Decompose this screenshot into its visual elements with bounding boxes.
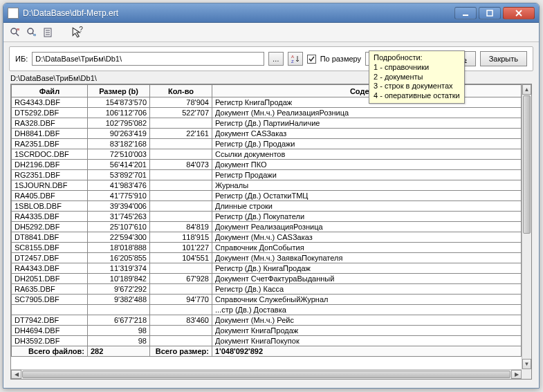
col-header-count[interactable]: Кол-во (150, 85, 212, 97)
table-row[interactable]: RA4335.DBF31'745'263Регистр (Дв.) Покупа… (12, 212, 522, 222)
cell-count (150, 284, 212, 295)
horizontal-scrollbar[interactable]: ◀ ▶ (11, 369, 522, 379)
cell-file: 1SBLOB.DBF (12, 201, 88, 212)
cell-count: 94'770 (150, 295, 212, 305)
svg-rect-1 (487, 10, 493, 16)
file-table[interactable]: Файл Размер (b) Кол-во Содержа RG4343.DB… (11, 84, 522, 357)
titlebar[interactable]: D:\DataBase\dbf-Метр.ert (3, 3, 539, 23)
table-row[interactable]: RA405.DBF41'775'910Регистр (Дв.) Остатки… (12, 191, 522, 201)
tool-icon-2[interactable] (26, 26, 38, 39)
cell-content: Документ КнигаПродаж (212, 326, 522, 336)
svg-rect-3 (17, 28, 19, 30)
cell-content: Журналы (212, 180, 522, 191)
cell-file: SC8155.DBF (12, 243, 88, 253)
maximize-button[interactable] (479, 7, 501, 19)
app-window: D:\DataBase\dbf-Метр.ert ? ИБ: (3, 3, 540, 389)
cell-file: DT7942.DBF (12, 315, 88, 326)
col-header-file[interactable]: Файл (12, 85, 88, 97)
cell-size: 154'873'570 (88, 97, 150, 108)
cell-content: Регистр (Дв.) ПартииНаличие (212, 118, 522, 129)
cell-file: DH8841.DBF (12, 129, 88, 139)
data-grid: Файл Размер (b) Кол-во Содержа RG4343.DB… (10, 84, 532, 380)
vertical-scrollbar[interactable]: ▲ ▼ (522, 84, 531, 369)
scroll-left-arrow[interactable]: ◀ (11, 370, 21, 379)
table-row[interactable]: SC7905.DBF9'382'48894'770Справочник Служ… (12, 295, 522, 305)
table-row[interactable]: RA635.DBF9'672'292Регистр (Дв.) Касса (12, 284, 522, 295)
cell-count (150, 305, 212, 315)
cell-count (150, 212, 212, 222)
table-row[interactable]: RA328.DBF102'795'082Регистр (Дв.) Партии… (12, 118, 522, 129)
col-header-size[interactable]: Размер (b) (88, 85, 150, 97)
table-row[interactable]: DH3592.DBF98Документ КнигаПокупок (12, 336, 522, 346)
table-row[interactable]: DH2196.DBF56'414'20184'073Документ ПКО (12, 160, 522, 170)
cell-file: 1SCRDOC.DBF (12, 149, 88, 160)
cell-content: Документ РеализацияРозница (212, 222, 522, 232)
table-row[interactable]: DH5292.DBF25'107'61084'819Документ Реали… (12, 222, 522, 232)
tool-icon-1[interactable] (9, 26, 21, 39)
cell-count: 101'227 (150, 243, 212, 253)
cell-size: 18'018'888 (88, 243, 150, 253)
by-size-label: По размеру (320, 55, 361, 63)
table-row[interactable]: 1SCRDOC.DBF72'510'003Ссылки документов (12, 149, 522, 160)
db-path-input[interactable] (32, 52, 264, 66)
table-row[interactable]: DT8841.DBF22'594'300118'915Документ (Мн.… (12, 232, 522, 243)
footer-files-value: 282 (88, 346, 150, 357)
scroll-down-arrow[interactable]: ▼ (522, 359, 531, 369)
svg-text:A: A (291, 55, 294, 59)
cell-size: 31'745'263 (88, 212, 150, 222)
scroll-up-arrow[interactable]: ▲ (522, 84, 531, 95)
cell-count (150, 139, 212, 149)
scroll-thumb[interactable] (523, 95, 531, 234)
cell-count: 118'915 (150, 232, 212, 243)
cell-content: Длинные строки (212, 201, 522, 212)
cell-file: DH3592.DBF (12, 336, 88, 346)
table-row[interactable]: DT7942.DBF6'677'21883'460Документ (Мн.ч.… (12, 315, 522, 326)
col-header-content[interactable]: Содержа (212, 85, 522, 97)
cell-file: DT5292.DBF (12, 108, 88, 118)
tooltip: Подробности: 1 - справочники 2 - докумен… (369, 50, 465, 104)
table-row[interactable]: RG2351.DBF53'892'701Регистр Продажи (12, 170, 522, 180)
cell-content: Регистр КнигаПродаж (212, 97, 522, 108)
table-row[interactable]: 1SBLOB.DBF39'394'006Длинные строки (12, 201, 522, 212)
cell-count (150, 118, 212, 129)
scroll-right-arrow[interactable]: ▶ (511, 370, 522, 379)
cell-file (12, 305, 88, 315)
browse-button[interactable]: … (268, 52, 284, 66)
ib-label: ИБ: (15, 55, 28, 63)
cell-content: Регистр (Дв.) Касса (212, 284, 522, 295)
table-row[interactable]: DH2051.DBF10'189'84267'928Документ СчетФ… (12, 274, 522, 284)
cell-count: 83'460 (150, 315, 212, 326)
table-row[interactable]: ...стр (Дв.) Доставка (12, 305, 522, 315)
table-row[interactable]: DH8841.DBF90'263'41922'161Документ CASЗа… (12, 129, 522, 139)
cell-size: 102'795'082 (88, 118, 150, 129)
cell-count (150, 180, 212, 191)
close-panel-button[interactable]: Закрыть (480, 51, 527, 66)
by-size-checkbox[interactable] (307, 55, 316, 64)
svg-rect-0 (463, 15, 468, 16)
cell-count: 67'928 (150, 274, 212, 284)
cell-size (88, 305, 150, 315)
cell-content: Регистр (Дв.) Продажи (212, 139, 522, 149)
minimize-button[interactable] (454, 7, 477, 19)
sort-button[interactable]: AZ (288, 52, 303, 66)
svg-text:Z: Z (291, 59, 294, 64)
hscroll-thumb[interactable] (22, 371, 510, 378)
cell-size: 9'382'488 (88, 295, 150, 305)
close-button[interactable] (503, 7, 535, 19)
cell-size: 56'414'201 (88, 160, 150, 170)
cell-file: RA405.DBF (12, 191, 88, 201)
table-row[interactable]: RA4343.DBF11'319'374Регистр (Дв.) КнигаП… (12, 263, 522, 274)
table-row[interactable]: RA2351.DBF83'182'168Регистр (Дв.) Продаж… (12, 139, 522, 149)
help-cursor-icon[interactable]: ? (71, 26, 84, 39)
table-row[interactable]: DT2457.DBF16'205'855104'551Документ (Мн.… (12, 253, 522, 263)
cell-content: Документ СчетФактураВыданный (212, 274, 522, 284)
table-row[interactable]: DT5292.DBF106'112'706522'707Документ (Мн… (12, 108, 522, 118)
table-row[interactable]: 1SJOURN.DBF41'983'476Журналы (12, 180, 522, 191)
table-row[interactable]: SC8155.DBF18'018'888101'227Справочник До… (12, 243, 522, 253)
cell-size: 106'112'706 (88, 108, 150, 118)
tool-icon-3[interactable] (42, 26, 55, 39)
cell-size: 6'677'218 (88, 315, 150, 326)
cell-count: 22'161 (150, 129, 212, 139)
cell-size: 98 (88, 336, 150, 346)
table-row[interactable]: DH4694.DBF98Документ КнигаПродаж (12, 326, 522, 336)
